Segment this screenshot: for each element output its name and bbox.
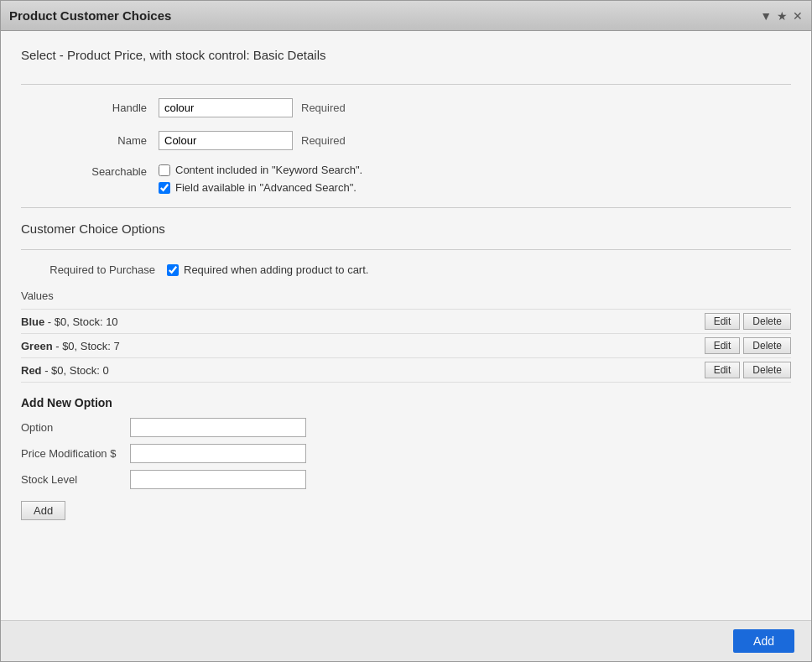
required-purchase-label: Required to Purchase: [21, 263, 155, 276]
handle-label: Handle: [71, 102, 147, 114]
main-window: Product Customer Choices ▼ ★ ✕ Select - …: [0, 0, 812, 662]
name-required: Required: [301, 134, 346, 147]
value-blue-buttons: Edit Delete: [705, 313, 791, 330]
value-green-detail: - $0, Stock: 7: [53, 340, 120, 352]
value-red-delete-button[interactable]: Delete: [743, 362, 791, 378]
name-input[interactable]: [159, 131, 293, 150]
required-purchase-checkbox[interactable]: [167, 264, 179, 276]
handle-row: Handle Required: [21, 98, 791, 117]
searchable-option1-label: Content included in "Keyword Search".: [175, 164, 362, 176]
value-green-buttons: Edit Delete: [705, 337, 791, 354]
value-red-name: Red: [21, 364, 42, 377]
table-row: Blue - $0, Stock: 10 Edit Delete: [21, 309, 791, 333]
searchable-option2-row: Field available in "Advanced Search".: [159, 181, 362, 194]
values-section: Values Blue - $0, Stock: 10 Edit Delete …: [21, 289, 791, 383]
stock-level-input[interactable]: [130, 470, 306, 489]
value-red-text: Red - $0, Stock: 0: [21, 364, 109, 377]
window-controls: ▼ ★ ✕: [760, 9, 803, 23]
value-red-edit-button[interactable]: Edit: [705, 362, 741, 378]
add-new-title: Add New Option: [21, 396, 791, 409]
searchable-label: Searchable: [71, 164, 147, 178]
customer-choice-section-title: Customer Choice Options: [21, 222, 791, 236]
name-label: Name: [71, 134, 147, 147]
add-new-price-row: Price Modification $: [21, 444, 791, 463]
value-blue-detail: - $0, Stock: 10: [44, 315, 117, 328]
name-row: Name Required: [21, 131, 791, 150]
add-new-option-row: Option: [21, 418, 791, 437]
value-green-edit-button[interactable]: Edit: [705, 337, 741, 354]
footer-add-button[interactable]: Add: [733, 629, 794, 653]
required-purchase-text: Required when adding product to cart.: [184, 263, 368, 276]
option-label: Option: [21, 421, 130, 434]
value-blue-delete-button[interactable]: Delete: [743, 313, 791, 330]
value-red-detail: - $0, Stock: 0: [42, 364, 109, 377]
value-green-name: Green: [21, 340, 53, 352]
values-label: Values: [21, 289, 791, 302]
price-mod-label: Price Modification $: [21, 447, 130, 460]
value-green-delete-button[interactable]: Delete: [743, 337, 791, 354]
table-row: Red - $0, Stock: 0 Edit Delete: [21, 357, 791, 383]
close-icon[interactable]: ✕: [793, 9, 803, 23]
value-red-buttons: Edit Delete: [705, 362, 791, 378]
value-green-text: Green - $0, Stock: 7: [21, 340, 120, 352]
handle-required: Required: [301, 102, 346, 114]
stock-level-label: Stock Level: [21, 473, 130, 486]
searchable-options: Content included in "Keyword Search". Fi…: [159, 164, 362, 194]
breadcrumb: Select - Product Price, with stock contr…: [21, 48, 791, 67]
value-blue-edit-button[interactable]: Edit: [705, 313, 741, 330]
searchable-option1-row: Content included in "Keyword Search".: [159, 164, 362, 176]
footer: Add: [1, 620, 811, 661]
searchable-option1-checkbox[interactable]: [159, 164, 170, 176]
value-blue-text: Blue - $0, Stock: 10: [21, 315, 118, 328]
table-row: Green - $0, Stock: 7 Edit Delete: [21, 333, 791, 357]
searchable-option2-label: Field available in "Advanced Search".: [175, 181, 357, 194]
searchable-row: Searchable Content included in "Keyword …: [21, 164, 791, 194]
value-blue-name: Blue: [21, 315, 44, 328]
handle-input[interactable]: [159, 98, 293, 117]
add-new-stock-row: Stock Level: [21, 470, 791, 489]
main-content: Select - Product Price, with stock contr…: [1, 31, 811, 620]
option-input[interactable]: [130, 418, 306, 437]
titlebar: Product Customer Choices ▼ ★ ✕: [1, 1, 811, 31]
add-option-button[interactable]: Add: [21, 501, 65, 520]
required-purchase-checkbox-row: Required when adding product to cart.: [167, 263, 368, 276]
window-title: Product Customer Choices: [9, 8, 171, 23]
searchable-option2-checkbox[interactable]: [159, 182, 170, 194]
required-purchase-row: Required to Purchase Required when addin…: [21, 263, 791, 276]
price-mod-input[interactable]: [130, 444, 306, 463]
star-icon[interactable]: ★: [777, 9, 788, 23]
dropdown-icon[interactable]: ▼: [760, 9, 772, 23]
add-new-option-section: Add New Option Option Price Modification…: [21, 396, 791, 520]
